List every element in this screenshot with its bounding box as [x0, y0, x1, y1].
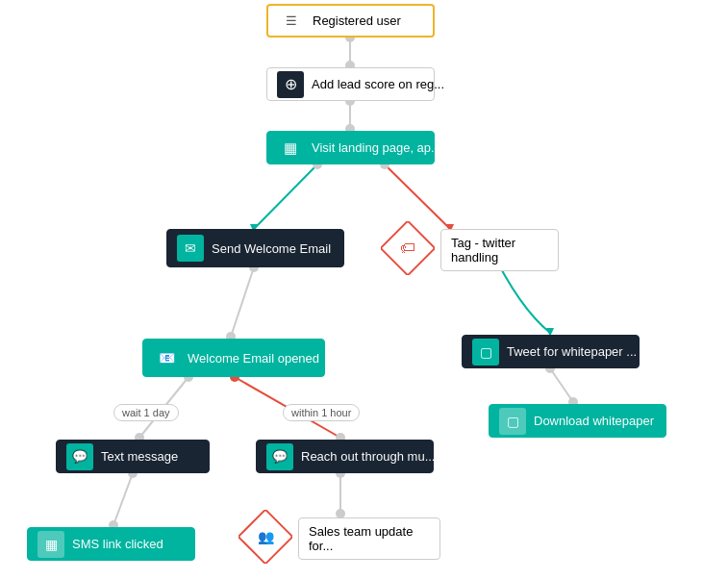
node-label: Visit landing page, ap...	[312, 140, 441, 155]
chat-icon: 💬	[66, 443, 93, 470]
node-label: Add lead score on reg...	[312, 77, 444, 91]
download-icon: ▢	[499, 408, 526, 435]
node-tweet-whitepaper[interactable]: ▢ Tweet for whitepaper ...	[462, 335, 640, 368]
node-label: Sales team update for...	[309, 524, 430, 553]
tag-icon: 🏷	[400, 240, 415, 257]
square-icon: ▢	[472, 339, 499, 366]
people-icon: 👥	[258, 529, 274, 544]
node-sales-team[interactable]: 👥 Sales team update for...	[238, 510, 440, 564]
node-tag-twitter[interactable]: 🏷 Tag - twitter handling	[381, 221, 559, 275]
node-send-welcome[interactable]: ✉ Send Welcome Email	[166, 229, 344, 267]
chat-multi-icon: 💬	[266, 443, 293, 470]
svg-line-26	[113, 473, 133, 525]
list-icon: ☰	[278, 8, 305, 35]
workflow-canvas: ☰ Registered user ⊕ Add lead score on re…	[0, 0, 728, 580]
envelope-open-icon: 📧	[153, 344, 180, 371]
node-sms-link[interactable]: ▦ SMS link clicked	[27, 527, 195, 561]
svg-line-23	[550, 368, 573, 402]
node-label: Text message	[101, 449, 178, 464]
plus-circle-icon: ⊕	[277, 71, 304, 98]
node-label: Welcome Email opened	[188, 351, 319, 366]
grid-icon: ▦	[277, 135, 304, 162]
node-label: Registered user	[313, 13, 401, 28]
node-label: Tag - twitter handling	[451, 236, 548, 265]
node-label: Tweet for whitepaper ...	[507, 344, 637, 359]
node-registered-user[interactable]: ☰ Registered user	[266, 4, 435, 38]
node-download-whitepaper[interactable]: ▢ Download whitepaper	[489, 404, 666, 438]
badge-wait-1-day: wait 1 day	[113, 404, 179, 421]
node-text-message[interactable]: 💬 Text message	[56, 440, 210, 473]
badge-within-1-hour: within 1 hour	[283, 404, 360, 421]
node-add-lead-score[interactable]: ⊕ Add lead score on reg...	[266, 67, 435, 101]
node-label: Download whitepaper	[534, 414, 654, 428]
svg-line-12	[231, 267, 254, 337]
svg-line-9	[385, 164, 450, 229]
envelope-icon: ✉	[177, 235, 204, 262]
node-label: Reach out through mu...	[301, 449, 435, 464]
node-reach-out[interactable]: 💬 Reach out through mu...	[256, 440, 434, 473]
node-label: Send Welcome Email	[212, 241, 331, 256]
node-welcome-opened[interactable]: 📧 Welcome Email opened	[142, 339, 325, 377]
node-label: SMS link clicked	[72, 537, 163, 551]
sms-icon: ▦	[38, 531, 64, 558]
node-visit-landing[interactable]: ▦ Visit landing page, ap...	[266, 131, 435, 164]
svg-line-6	[254, 164, 317, 229]
